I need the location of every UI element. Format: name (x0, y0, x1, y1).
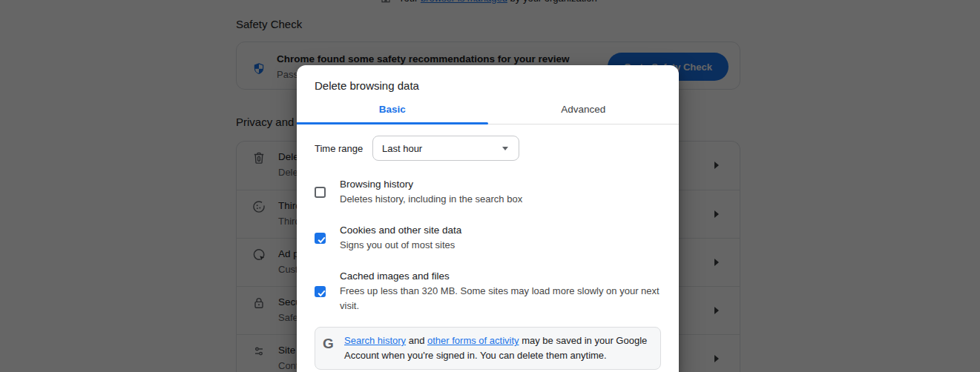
google-notice-and: and (406, 335, 427, 346)
chrome-settings-screen: Your browser is managed by your organiza… (0, 0, 980, 372)
cached-images-checkbox[interactable] (315, 286, 326, 297)
tab-basic[interactable]: Basic (297, 95, 488, 124)
delete-browsing-data-dialog: Delete browsing data Basic Advanced Time… (297, 65, 679, 372)
selected-tab-indicator (297, 122, 488, 124)
checkbox-texts: Cookies and other site data Signs you ou… (340, 223, 461, 253)
search-history-link[interactable]: Search history (344, 335, 406, 346)
time-range-select[interactable]: Last hour (372, 136, 519, 161)
tab-advanced[interactable]: Advanced (488, 95, 680, 124)
dropdown-caret-icon (502, 147, 508, 150)
cookies-checkbox[interactable] (315, 233, 326, 244)
checkbox-label: Cached images and files (340, 269, 661, 284)
checkbox-row-cached-images: Cached images and files Frees up less th… (315, 269, 661, 313)
checkbox-description: Signs you out of most sites (340, 238, 461, 253)
other-forms-of-activity-link[interactable]: other forms of activity (427, 335, 519, 346)
checkbox-row-cookies: Cookies and other site data Signs you ou… (315, 223, 661, 253)
time-range-value: Last hour (382, 143, 422, 154)
time-range-label: Time range (315, 143, 372, 154)
checkbox-label: Browsing history (340, 177, 522, 192)
checkbox-row-browsing-history: Browsing history Deletes history, includ… (315, 177, 661, 207)
google-account-notice: G Search history and other forms of acti… (315, 327, 661, 370)
google-notice-text: Search history and other forms of activi… (344, 333, 651, 363)
checkbox-texts: Browsing history Deletes history, includ… (340, 177, 522, 207)
checkbox-label: Cookies and other site data (340, 223, 461, 238)
browsing-history-checkbox[interactable] (315, 187, 326, 198)
time-range-row: Time range Last hour (315, 136, 661, 161)
google-g-icon: G (323, 336, 336, 363)
checkbox-description: Frees up less than 320 MB. Some sites ma… (340, 284, 661, 313)
checkbox-texts: Cached images and files Frees up less th… (340, 269, 661, 313)
dialog-body: Time range Last hour Browsing history De… (297, 125, 679, 370)
checkbox-description: Deletes history, including in the search… (340, 192, 522, 207)
dialog-tabstrip: Basic Advanced (297, 95, 679, 124)
dialog-title: Delete browsing data (297, 65, 679, 92)
